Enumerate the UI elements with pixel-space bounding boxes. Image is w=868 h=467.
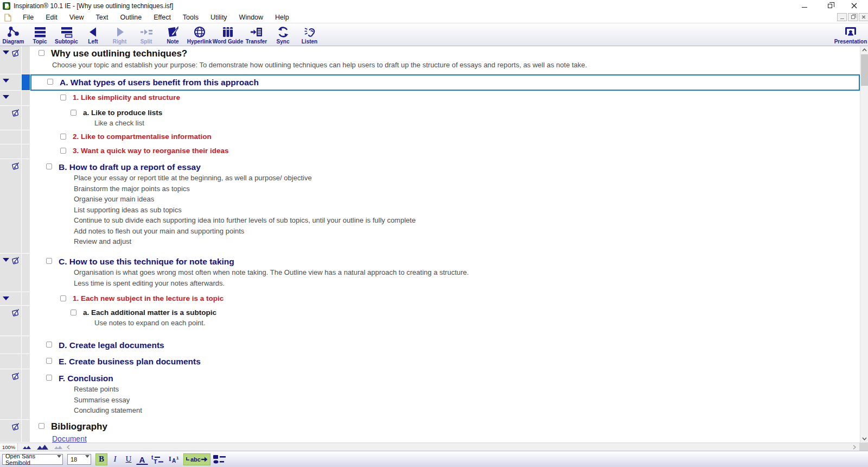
presentation-button[interactable]: Presentation: [833, 26, 868, 46]
note-marker-icon[interactable]: [11, 256, 20, 265]
note-text[interactable]: Continue to sub divide each supporting i…: [74, 215, 860, 226]
menu-help[interactable]: Help: [269, 14, 295, 21]
topic-d[interactable]: D. Create legal documents: [59, 339, 164, 351]
menu-text[interactable]: Text: [90, 14, 114, 21]
vertical-scroll-thumb[interactable]: [861, 54, 868, 86]
font-size-select[interactable]: 18: [67, 454, 91, 465]
horizontal-scrollbar[interactable]: [73, 443, 850, 451]
note-text[interactable]: Organisation is what goes wrong most oft…: [74, 267, 860, 278]
topic-a1a[interactable]: a. Like to produce lists: [83, 108, 162, 118]
text-color-button[interactable]: A: [136, 455, 148, 465]
menu-outline[interactable]: Outline: [114, 14, 148, 21]
vertical-scrollbar[interactable]: [860, 46, 868, 443]
note-text[interactable]: Summarise essay: [74, 395, 860, 406]
topic-button[interactable]: Topic: [27, 26, 53, 46]
topic-f[interactable]: F. Conclusion: [59, 373, 113, 384]
note-text[interactable]: Less time is spent editing your notes af…: [74, 278, 860, 289]
selection-gutter[interactable]: [22, 254, 30, 292]
topic-c1[interactable]: 1. Each new subject in the lecture is a …: [73, 294, 224, 304]
subtopic-button[interactable]: Subtopic: [53, 26, 80, 46]
note-marker-icon[interactable]: [11, 422, 20, 431]
selection-gutter[interactable]: [22, 292, 30, 306]
topic-c1a[interactable]: a. Each additional matter is a subtopic: [83, 308, 216, 318]
selection-gutter[interactable]: [22, 144, 30, 159]
note-marker-icon[interactable]: [11, 162, 20, 171]
auto-number-button[interactable]: I A 1: [167, 453, 182, 465]
scroll-down-icon[interactable]: [860, 435, 868, 443]
note-text[interactable]: Review and adjust: [74, 236, 860, 247]
note-text[interactable]: Concluding statement: [74, 405, 860, 416]
topic-b[interactable]: B. How to draft up a report of essay: [59, 161, 201, 173]
mdi-close-icon[interactable]: ✕: [859, 13, 868, 21]
topic-checkbox[interactable]: [46, 258, 52, 264]
note-text[interactable]: Place your essay or report title at the …: [74, 173, 860, 184]
menu-effect[interactable]: Effect: [148, 14, 177, 21]
selection-bar[interactable]: [22, 74, 30, 91]
note-marker-icon[interactable]: [11, 49, 20, 58]
selection-gutter[interactable]: [22, 420, 30, 443]
selection-gutter[interactable]: [22, 306, 30, 336]
spell-check-button[interactable]: abc: [183, 453, 210, 465]
close-icon[interactable]: [850, 2, 858, 10]
collapse-triangle-icon[interactable]: [3, 95, 9, 99]
note-text[interactable]: Organise your main ideas: [74, 194, 860, 205]
topic-format-button[interactable]: [212, 453, 228, 465]
topic-checkbox[interactable]: [60, 295, 66, 301]
note-text[interactable]: Brainstorm the major points as topics: [74, 184, 860, 194]
collapse-triangle-icon[interactable]: [3, 296, 9, 300]
selection-gutter[interactable]: [22, 130, 30, 144]
topic-checkbox[interactable]: [46, 163, 52, 169]
sync-button[interactable]: Sync: [270, 26, 296, 46]
topic-checkbox[interactable]: [71, 110, 76, 116]
transfer-button[interactable]: Transfer: [243, 26, 270, 46]
note-button[interactable]: Note: [159, 26, 186, 46]
zoom-fit-mountain-icon[interactable]: [54, 444, 63, 450]
topic-a[interactable]: A. What types of users benefit from this…: [60, 77, 259, 88]
selection-gutter[interactable]: [22, 46, 30, 74]
selection-gutter[interactable]: [22, 91, 30, 106]
note-text[interactable]: Restate points: [74, 384, 860, 395]
menu-window[interactable]: Window: [233, 14, 269, 21]
note-text[interactable]: Use notes to expand on each point.: [94, 318, 860, 329]
selection-gutter[interactable]: [22, 159, 30, 254]
italic-button[interactable]: I: [109, 453, 121, 465]
collapse-triangle-icon[interactable]: [3, 258, 9, 262]
menu-edit[interactable]: Edit: [40, 14, 63, 21]
diagram-button[interactable]: Diagram: [0, 26, 27, 46]
mdi-minimize-icon[interactable]: [837, 13, 847, 21]
bold-button[interactable]: B: [95, 453, 107, 465]
topic-c[interactable]: C. How to use this technique for note ta…: [59, 256, 234, 267]
left-button[interactable]: Left: [80, 26, 106, 46]
topic-a3[interactable]: 3. Want a quick way to reorganise their …: [73, 146, 229, 156]
hyperlink-button[interactable]: Hyperlink: [186, 26, 213, 46]
zoom-out-mountain-icon[interactable]: [22, 444, 32, 450]
topic-checkbox[interactable]: [39, 50, 44, 56]
topic-a2[interactable]: 2. Like to compartmentalise information: [73, 132, 212, 142]
topic-checkbox[interactable]: [60, 148, 66, 154]
note-text[interactable]: Choose your topic and establish your pur…: [52, 60, 860, 71]
restore-icon[interactable]: [826, 2, 834, 10]
note-text[interactable]: List supporting ideas as sub topics: [74, 205, 860, 216]
note-marker-icon[interactable]: [11, 109, 20, 117]
selection-gutter[interactable]: [22, 369, 30, 420]
note-marker-icon[interactable]: [11, 372, 20, 381]
menu-file[interactable]: File: [17, 14, 40, 21]
selection-gutter[interactable]: [22, 106, 30, 130]
text-size-button[interactable]: t T: [150, 453, 165, 465]
collapse-triangle-icon[interactable]: [3, 79, 9, 83]
underline-button[interactable]: U: [123, 453, 135, 465]
document-link[interactable]: Document: [52, 434, 87, 443]
scroll-left-icon[interactable]: [67, 445, 70, 450]
right-button[interactable]: Right: [106, 26, 133, 46]
mdi-restore-icon[interactable]: [848, 13, 858, 21]
selection-gutter[interactable]: [22, 336, 30, 354]
minimize-icon[interactable]: [800, 2, 809, 10]
note-text[interactable]: Add notes to flesh out your main and sup…: [74, 226, 860, 237]
menu-view[interactable]: View: [63, 14, 90, 21]
topic-checkbox[interactable]: [47, 79, 53, 85]
listen-button[interactable]: Listen: [296, 26, 323, 46]
zoom-in-mountain-icon[interactable]: [36, 444, 49, 450]
font-family-select[interactable]: Open Sans Semibold: [2, 454, 63, 465]
scroll-up-icon[interactable]: [860, 46, 868, 54]
menu-utility[interactable]: Utility: [205, 14, 233, 21]
